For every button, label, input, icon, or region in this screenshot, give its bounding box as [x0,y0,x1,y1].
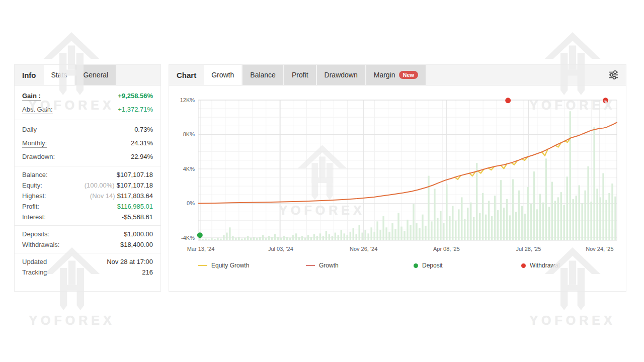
stat-value-text: $107,107.18 [117,171,153,178]
activity-bar [416,223,418,240]
activity-bar [220,239,222,240]
activity-bar [370,227,372,240]
chart-panel: Chart GrowthBalanceProfitDrawdownMarginN… [169,64,626,292]
chart-settings-icon[interactable] [601,65,626,85]
stats-body: Gain :+9,258.56%Abs. Gain:+1,372.71%Dail… [15,85,160,281]
activity-bar [485,215,487,240]
watermark-text: YOFOREX [517,313,628,328]
activity-bar [391,223,393,240]
stat-value: +9,258.56% [118,92,153,100]
tab-stats[interactable]: Stats [44,65,75,85]
activity-bar [458,209,460,240]
stat-label: Balance: [22,171,48,178]
activity-bar [578,185,580,240]
activity-bar [235,238,237,240]
activity-bar [533,171,535,240]
activity-bar [551,182,553,240]
stat-value: Nov 28 at 17:00 [107,258,153,265]
activity-bar [253,237,255,240]
stat-label: Monthly: [22,139,47,148]
stat-value-text: +1,372.71% [118,106,153,113]
tab-balance[interactable]: Balance [243,65,283,85]
activity-bar [341,230,343,240]
activity-bar [367,233,369,240]
stat-value: 22.94% [131,153,153,160]
activity-bar [503,208,505,240]
y-axis-tick-label: 0% [187,200,195,206]
stat-value-text: Nov 28 at 17:00 [107,258,153,265]
x-axis-tick-label: Apr 08, '25 [433,246,460,252]
activity-bar [313,234,315,240]
tab-growth[interactable]: Growth [204,65,242,85]
plot-border [198,100,617,240]
activity-bar [407,220,409,240]
activity-bar [286,237,288,240]
activity-bar [425,226,427,240]
activity-bar [554,201,556,240]
activity-bar [614,197,616,240]
activity-bar [542,203,544,240]
y-axis-tick-label: 4K% [183,166,195,172]
activity-bar [295,233,297,240]
activity-bar [316,236,318,240]
activity-bar [382,216,384,240]
stat-value-text: 216 [142,268,153,276]
tab-label: General [83,71,108,79]
activity-bar [518,191,520,240]
stat-value-text: $18,400.00 [120,241,153,248]
stat-row: Withdrawals:$18,400.00 [15,239,160,250]
stat-group: UpdatedNov 28 at 17:00Tracking216 [15,253,160,281]
stat-value-text: $117,803.64 [117,192,153,200]
legend-item-growth[interactable]: Growth [306,262,414,269]
activity-bar [262,235,264,240]
activity-bar [482,193,484,240]
activity-bar [394,229,396,240]
activity-bar [575,196,577,240]
legend-item-equity-growth[interactable]: Equity Growth [198,262,306,269]
activity-bar [536,209,538,240]
activity-bar [557,197,559,240]
activity-bar [241,239,243,240]
activity-bar [202,239,204,240]
activity-bar [250,238,252,240]
stat-value: 24.31% [131,139,153,147]
stat-row: Abs. Gain:+1,372.71% [15,103,160,117]
stat-label: Gain : [22,92,41,101]
chart-panel-title: Chart [169,65,204,85]
activity-bar [238,237,240,240]
stat-value: -$5,568.61 [122,213,153,221]
legend-item-withdrawal[interactable]: Withdrawal [521,262,629,269]
tab-general[interactable]: General [75,65,116,85]
stat-value-prefix: (100.00%) [85,182,115,189]
activity-bar [548,207,550,240]
stat-row: Deposits:$1,000.00 [15,229,160,239]
withdrawal-marker [603,98,608,103]
activity-bar [379,230,381,240]
activity-bar [358,225,360,240]
activity-bar [431,221,433,240]
new-badge: New [399,71,419,79]
growth-chart[interactable]: 12K%8K%4K%0%-4K%Mar 13, '24Jul 03, '24No… [169,85,626,281]
activity-bar [344,233,346,240]
stat-label: Equity: [22,182,42,189]
tab-profit[interactable]: Profit [284,65,316,85]
stat-value: +1,372.71% [118,106,153,113]
legend-line-swatch [198,265,207,266]
tab-drawdown[interactable]: Drawdown [317,65,365,85]
stat-label: Daily [22,126,37,134]
activity-bar [307,235,309,240]
activity-bar [214,239,216,240]
stat-row: Profit:$116,985.01 [15,201,160,212]
activity-bar [440,211,442,240]
tab-margin[interactable]: MarginNew [366,65,426,85]
legend-item-deposit[interactable]: Deposit [414,262,521,269]
header-spacer [427,65,601,85]
stat-group: Balance:$107,107.18Equity:(100.00%)$107,… [15,166,160,226]
stat-row: Monthly:24.31% [15,137,160,150]
stat-value: 216 [142,268,153,276]
stat-label: Tracking [22,268,47,276]
watermark-text: YOFOREX [17,313,127,328]
stat-row: Balance:$107,107.18 [15,169,160,180]
stat-row: Daily0.73% [15,123,160,137]
activity-bar [530,204,532,240]
